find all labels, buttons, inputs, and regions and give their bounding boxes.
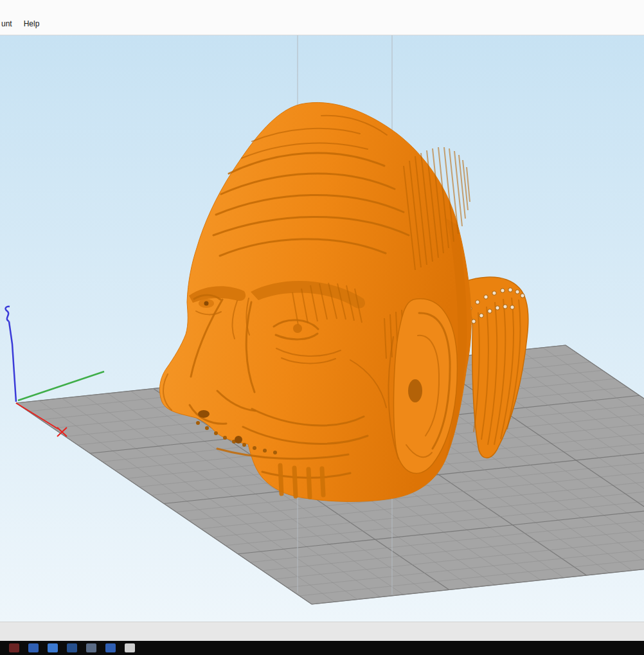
app-icon-1[interactable] <box>9 643 19 652</box>
app-icon-3[interactable] <box>48 643 58 652</box>
app-icon-5[interactable] <box>86 643 96 652</box>
nostril-hole <box>198 410 210 418</box>
app-icon-2[interactable] <box>28 643 39 652</box>
taskbar[interactable] <box>0 641 644 655</box>
window-bottom-strip <box>0 622 644 641</box>
ear-canal <box>408 379 422 402</box>
viewport-3d[interactable] <box>0 0 644 655</box>
menu-item-help[interactable]: Help <box>18 17 46 31</box>
menu-item-account-truncated[interactable]: unt <box>0 17 18 31</box>
app-icon-4[interactable] <box>67 643 77 652</box>
mouth-hole <box>235 436 242 444</box>
app-icon-6[interactable] <box>105 643 116 652</box>
app-icon-7[interactable] <box>125 643 135 652</box>
menu-bar: unt Help <box>0 0 644 35</box>
